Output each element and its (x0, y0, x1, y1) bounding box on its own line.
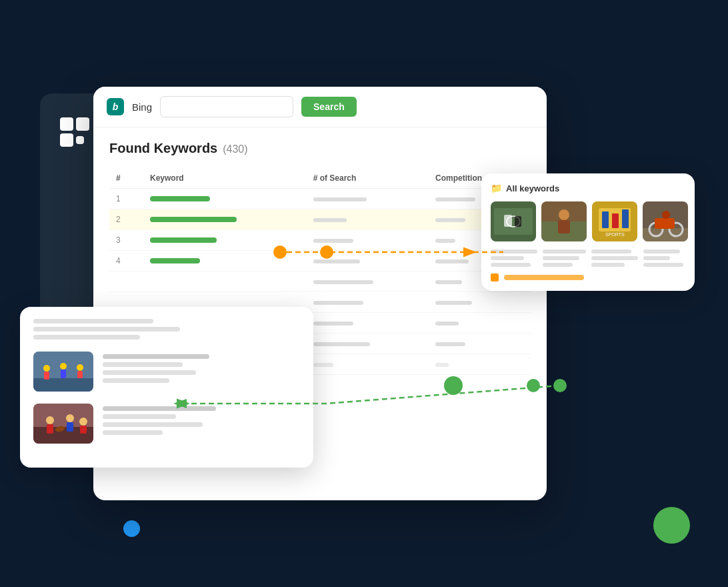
image-thumb-3: SPORTS (592, 201, 637, 241)
svg-rect-4 (515, 216, 521, 227)
svg-point-38 (79, 418, 87, 426)
orange-square-icon (491, 273, 499, 281)
table-row: 1 (109, 189, 531, 209)
deco-circle-blue (123, 520, 140, 537)
orange-bar-row (491, 273, 685, 281)
header-line-1 (33, 319, 153, 324)
svg-point-36 (66, 414, 74, 422)
svg-rect-3 (504, 215, 512, 227)
svg-rect-8 (558, 220, 570, 233)
results-card (20, 307, 313, 468)
svg-rect-13 (622, 209, 629, 228)
logo-square-2 (76, 117, 89, 131)
svg-point-7 (559, 209, 569, 220)
img-text-col-2 (543, 249, 586, 267)
orange-bar (504, 275, 584, 280)
svg-rect-27 (44, 372, 49, 380)
svg-rect-12 (612, 213, 619, 228)
table-row (109, 271, 531, 292)
result-thumb-cycling (33, 352, 93, 392)
image-grid: SPORTS (491, 201, 685, 241)
table-row: 3 (109, 230, 531, 251)
img-text-col-4 (643, 249, 685, 267)
svg-rect-29 (61, 370, 66, 378)
svg-rect-39 (80, 426, 87, 434)
bing-text: Bing (132, 101, 152, 113)
browser-header: b Bing Search (93, 87, 547, 127)
result-text-lines-1 (103, 352, 300, 383)
results-header-lines (33, 319, 300, 340)
deco-circle-green (653, 507, 690, 544)
svg-point-26 (43, 365, 50, 372)
image-card-title: All keywords (506, 183, 559, 193)
table-row: 2 (109, 209, 531, 230)
svg-rect-1 (494, 208, 533, 235)
image-thumb-1 (491, 201, 536, 241)
img-text-col-3 (591, 249, 638, 267)
search-input[interactable] (160, 96, 293, 117)
bing-logo: b (107, 98, 124, 115)
svg-point-20 (662, 211, 670, 219)
svg-rect-19 (655, 218, 675, 229)
app-logo (56, 113, 91, 148)
folder-icon: 📁 (491, 183, 502, 193)
result-item-1 (33, 352, 300, 392)
col-header-num: # (109, 168, 143, 189)
image-thumb-2 (541, 201, 587, 241)
svg-point-30 (77, 364, 83, 371)
svg-rect-31 (77, 371, 83, 378)
col-header-search: # of Search (307, 168, 429, 189)
logo-square-4 (76, 136, 84, 144)
col-header-keyword: Keyword (143, 168, 307, 189)
image-card-text-rows (491, 249, 685, 267)
svg-point-34 (46, 416, 54, 424)
svg-point-45 (553, 379, 567, 392)
header-line-3 (33, 335, 140, 340)
svg-rect-11 (602, 211, 609, 228)
search-button[interactable]: Search (301, 97, 357, 117)
table-row: 4 (109, 251, 531, 271)
result-item-2 (33, 404, 300, 444)
result-text-lines-2 (103, 404, 300, 435)
logo-square-3 (60, 133, 73, 147)
svg-rect-22 (33, 378, 93, 392)
svg-point-28 (60, 363, 67, 370)
found-keywords-title: Found Keywords (109, 141, 217, 156)
image-card: 📁 All keywords (481, 173, 695, 291)
result-thumb-football (33, 404, 93, 444)
svg-rect-37 (67, 422, 73, 432)
logo-square-1 (60, 117, 73, 131)
image-thumb-4 (643, 201, 688, 241)
svg-text:SPORTS: SPORTS (605, 232, 625, 237)
img-text-col-1 (491, 249, 537, 267)
found-keywords-header: Found Keywords (430) (109, 141, 531, 156)
found-keywords-count: (430) (223, 143, 247, 155)
image-card-header: 📁 All keywords (491, 183, 685, 193)
header-line-2 (33, 327, 180, 332)
svg-rect-35 (47, 424, 53, 434)
